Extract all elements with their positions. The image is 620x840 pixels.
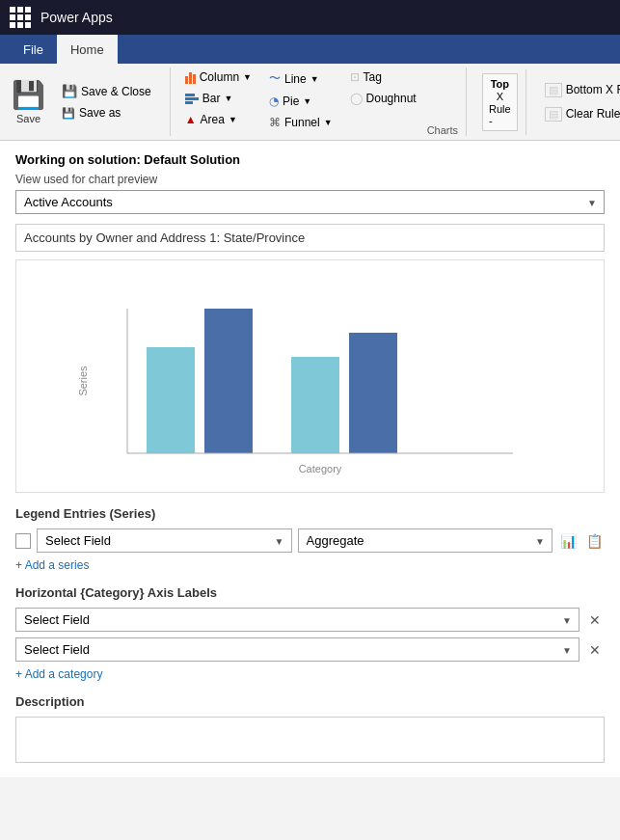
series-checkbox[interactable] [15,533,31,549]
view-select-wrapper: Active Accounts [15,190,605,214]
chart-title-input[interactable] [15,224,605,252]
add-series-button[interactable]: + Add a series [15,558,605,572]
save-button-label[interactable]: Save [16,113,40,124]
view-select[interactable]: Active Accounts [15,190,605,214]
svg-rect-3 [291,357,339,453]
pie-chevron-icon: ▼ [303,96,311,106]
add-category-button[interactable]: + Add a category [15,667,605,681]
top-x-rule-button[interactable]: Top X Rule - [482,73,518,131]
line-chevron-icon: ▼ [310,74,319,84]
app-title: Power Apps [40,10,113,25]
category-field2-select-wrapper: Select Field [15,637,580,662]
series-field-select[interactable]: Select Field [37,528,292,553]
chart-svg: Series Category [69,270,552,482]
tab-file[interactable]: File [10,35,57,64]
area-chevron-icon: ▼ [229,115,237,124]
svg-rect-2 [204,309,253,453]
svg-rect-4 [349,333,397,453]
category-field2-select[interactable]: Select Field [15,637,580,662]
column-chart-button[interactable]: Column ▼ [178,68,258,87]
line-chart-button[interactable]: 〜 Line ▼ [262,68,339,90]
description-textarea[interactable] [15,717,605,763]
ribbon-group-charts: Column ▼ Bar ▼ ▲ Area ▼ 〜 Line [171,68,467,136]
bar-chevron-icon: ▼ [224,94,232,103]
series-field-select-wrapper: Select Field [37,528,292,553]
chart-area: Series Category [15,259,605,493]
bottom-x-rule-button[interactable]: ▤ Bottom X Rule - [538,80,620,100]
category-section: Horizontal {Category} Axis Labels Select… [15,585,605,681]
charts-group-label: Charts [427,122,458,136]
svg-text:Series: Series [77,366,89,396]
save-as-button[interactable]: 💾 Save as [55,103,158,122]
pie-chart-button[interactable]: ◔ Pie ▼ [262,92,339,111]
category-section-label: Horizontal {Category} Axis Labels [15,585,605,600]
category-field1-select-wrapper: Select Field [15,608,580,632]
description-label: Description [15,694,605,709]
clear-rules-button[interactable]: ▤ Clear Rules [538,104,620,124]
series-aggregate-select[interactable]: Aggregate [298,528,553,553]
description-section: Description [15,694,605,766]
svg-text:Category: Category [298,463,341,474]
category-row-2: Select Field ✕ [15,637,605,662]
series-aggregate-select-wrapper: Aggregate [298,528,553,553]
legend-section: Legend Entries (Series) Select Field Agg… [15,506,605,572]
area-chart-button[interactable]: ▲ Area ▼ [178,110,258,129]
series-chart-type-icon[interactable]: 📊 [558,531,579,551]
series-options-icon[interactable]: 📋 [584,531,605,551]
ribbon-tabs: File Home [0,35,620,64]
ribbon-toolbar: 💾 Save 💾 Save & Close 💾 Save as Col [0,64,620,141]
tag-chart-button[interactable]: ⊡ Tag [343,68,423,87]
bar-chart-button[interactable]: Bar ▼ [178,89,258,108]
legend-section-label: Legend Entries (Series) [15,506,605,521]
main-content: Working on solution: Default Solution Vi… [0,141,620,777]
ribbon-group-save: 💾 Save 💾 Save & Close 💾 Save as [0,68,171,136]
ribbon-group-topbottom: Top X Rule - ▤ Bottom X Rule - ▤ Clear R… [467,68,620,136]
charts-col1: Column ▼ Bar ▼ ▲ Area ▼ [178,68,258,136]
save-close-button[interactable]: 💾 Save & Close [55,81,158,101]
funnel-chart-button[interactable]: ⌘ Funnel ▼ [262,113,339,132]
chart-svg-wrapper: Series Category [26,270,594,482]
category-field1-remove-button[interactable]: ✕ [585,610,605,630]
category-field1-select[interactable]: Select Field [15,608,580,632]
app-grid-icon[interactable] [10,7,31,28]
doughnut-chart-button[interactable]: ◯ Doughnut [343,89,423,108]
charts-col3: ⊡ Tag ◯ Doughnut [343,68,423,136]
charts-col2: 〜 Line ▼ ◔ Pie ▼ ⌘ Funnel ▼ [262,68,339,136]
solution-label: Working on solution: Default Solution [15,152,605,167]
view-label: View used for chart preview [15,173,605,186]
series-row: Select Field Aggregate 📊 📋 [15,528,605,553]
funnel-chevron-icon: ▼ [324,118,333,127]
title-bar: Power Apps [0,0,620,35]
category-row-1: Select Field ✕ [15,608,605,632]
tab-home[interactable]: Home [57,35,118,64]
svg-rect-1 [147,347,195,453]
column-chevron-icon: ▼ [243,72,252,82]
category-field2-remove-button[interactable]: ✕ [585,640,605,660]
save-icon: 💾 [12,79,45,111]
